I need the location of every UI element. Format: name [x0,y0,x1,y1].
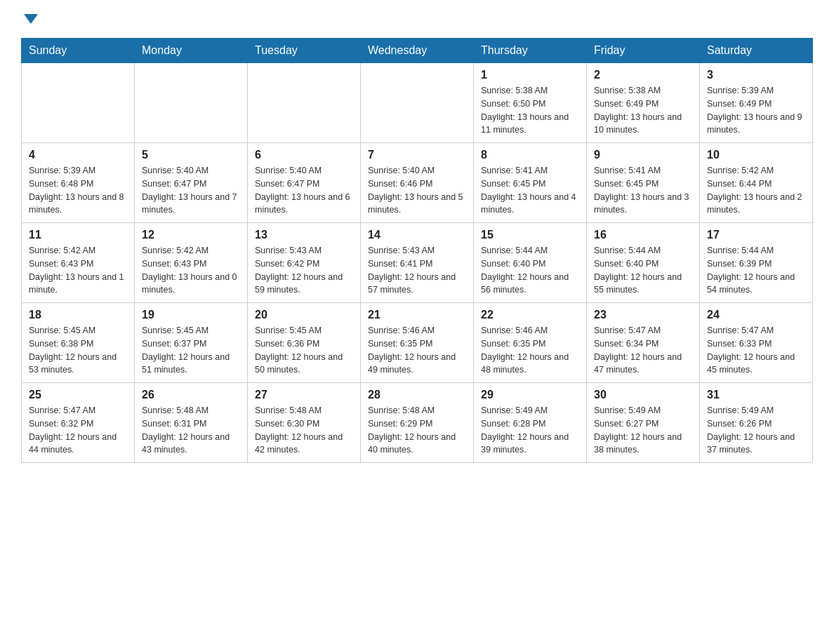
day-number: 31 [707,389,805,401]
calendar-cell [135,63,248,143]
day-info: Sunrise: 5:38 AM Sunset: 6:49 PM Dayligh… [594,84,692,137]
day-info: Sunrise: 5:45 AM Sunset: 6:38 PM Dayligh… [29,324,127,377]
day-number: 28 [368,389,466,401]
day-number: 4 [29,149,127,161]
day-number: 10 [707,149,805,161]
day-info: Sunrise: 5:45 AM Sunset: 6:37 PM Dayligh… [142,324,240,377]
calendar-cell: 31Sunrise: 5:49 AM Sunset: 6:26 PM Dayli… [700,383,813,463]
calendar-cell: 5Sunrise: 5:40 AM Sunset: 6:47 PM Daylig… [135,143,248,223]
day-info: Sunrise: 5:44 AM Sunset: 6:40 PM Dayligh… [594,244,692,297]
day-info: Sunrise: 5:40 AM Sunset: 6:46 PM Dayligh… [368,164,466,217]
day-number: 1 [481,69,579,81]
day-info: Sunrise: 5:39 AM Sunset: 6:48 PM Dayligh… [29,164,127,217]
calendar-cell: 9Sunrise: 5:41 AM Sunset: 6:45 PM Daylig… [587,143,700,223]
day-number: 26 [142,389,240,401]
calendar-cell: 15Sunrise: 5:44 AM Sunset: 6:40 PM Dayli… [474,223,587,303]
weekday-header-wednesday: Wednesday [361,39,474,63]
day-number: 2 [594,69,692,81]
calendar-cell: 16Sunrise: 5:44 AM Sunset: 6:40 PM Dayli… [587,223,700,303]
day-number: 5 [142,149,240,161]
day-number: 16 [594,229,692,241]
calendar-cell: 4Sunrise: 5:39 AM Sunset: 6:48 PM Daylig… [22,143,135,223]
day-info: Sunrise: 5:38 AM Sunset: 6:50 PM Dayligh… [481,84,579,137]
calendar-cell: 8Sunrise: 5:41 AM Sunset: 6:45 PM Daylig… [474,143,587,223]
day-number: 29 [481,389,579,401]
calendar-cell: 18Sunrise: 5:45 AM Sunset: 6:38 PM Dayli… [22,303,135,383]
calendar-cell: 27Sunrise: 5:48 AM Sunset: 6:30 PM Dayli… [248,383,361,463]
calendar-cell: 3Sunrise: 5:39 AM Sunset: 6:49 PM Daylig… [700,63,813,143]
day-info: Sunrise: 5:40 AM Sunset: 6:47 PM Dayligh… [142,164,240,217]
calendar-cell: 30Sunrise: 5:49 AM Sunset: 6:27 PM Dayli… [587,383,700,463]
day-info: Sunrise: 5:49 AM Sunset: 6:28 PM Dayligh… [481,404,579,457]
day-number: 21 [368,309,466,321]
weekday-header-thursday: Thursday [474,39,587,63]
day-info: Sunrise: 5:39 AM Sunset: 6:49 PM Dayligh… [707,84,805,137]
day-info: Sunrise: 5:49 AM Sunset: 6:26 PM Dayligh… [707,404,805,457]
weekday-header-sunday: Sunday [22,39,135,63]
calendar-week-row-0: 1Sunrise: 5:38 AM Sunset: 6:50 PM Daylig… [22,63,813,143]
day-number: 14 [368,229,466,241]
day-info: Sunrise: 5:47 AM Sunset: 6:34 PM Dayligh… [594,324,692,377]
header [21,14,813,24]
day-number: 27 [255,389,353,401]
day-number: 11 [29,229,127,241]
calendar-cell: 28Sunrise: 5:48 AM Sunset: 6:29 PM Dayli… [361,383,474,463]
day-number: 9 [594,149,692,161]
day-info: Sunrise: 5:42 AM Sunset: 6:44 PM Dayligh… [707,164,805,217]
calendar-cell: 7Sunrise: 5:40 AM Sunset: 6:46 PM Daylig… [361,143,474,223]
day-info: Sunrise: 5:44 AM Sunset: 6:40 PM Dayligh… [481,244,579,297]
day-number: 15 [481,229,579,241]
day-info: Sunrise: 5:43 AM Sunset: 6:41 PM Dayligh… [368,244,466,297]
calendar-cell: 17Sunrise: 5:44 AM Sunset: 6:39 PM Dayli… [700,223,813,303]
calendar-cell: 24Sunrise: 5:47 AM Sunset: 6:33 PM Dayli… [700,303,813,383]
logo-triangle-icon [24,14,38,24]
day-info: Sunrise: 5:47 AM Sunset: 6:32 PM Dayligh… [29,404,127,457]
calendar-cell: 19Sunrise: 5:45 AM Sunset: 6:37 PM Dayli… [135,303,248,383]
day-number: 18 [29,309,127,321]
calendar-cell: 29Sunrise: 5:49 AM Sunset: 6:28 PM Dayli… [474,383,587,463]
day-number: 24 [707,309,805,321]
day-info: Sunrise: 5:48 AM Sunset: 6:30 PM Dayligh… [255,404,353,457]
calendar-week-row-2: 11Sunrise: 5:42 AM Sunset: 6:43 PM Dayli… [22,223,813,303]
day-number: 25 [29,389,127,401]
calendar-cell: 13Sunrise: 5:43 AM Sunset: 6:42 PM Dayli… [248,223,361,303]
day-info: Sunrise: 5:40 AM Sunset: 6:47 PM Dayligh… [255,164,353,217]
day-info: Sunrise: 5:49 AM Sunset: 6:27 PM Dayligh… [594,404,692,457]
calendar-week-row-3: 18Sunrise: 5:45 AM Sunset: 6:38 PM Dayli… [22,303,813,383]
day-number: 8 [481,149,579,161]
calendar-cell: 12Sunrise: 5:42 AM Sunset: 6:43 PM Dayli… [135,223,248,303]
calendar-cell: 2Sunrise: 5:38 AM Sunset: 6:49 PM Daylig… [587,63,700,143]
calendar-cell: 20Sunrise: 5:45 AM Sunset: 6:36 PM Dayli… [248,303,361,383]
day-info: Sunrise: 5:42 AM Sunset: 6:43 PM Dayligh… [29,244,127,297]
day-info: Sunrise: 5:45 AM Sunset: 6:36 PM Dayligh… [255,324,353,377]
calendar-table: SundayMondayTuesdayWednesdayThursdayFrid… [21,38,813,463]
weekday-header-tuesday: Tuesday [248,39,361,63]
calendar-cell: 1Sunrise: 5:38 AM Sunset: 6:50 PM Daylig… [474,63,587,143]
weekday-header-row: SundayMondayTuesdayWednesdayThursdayFrid… [22,39,813,63]
calendar-week-row-1: 4Sunrise: 5:39 AM Sunset: 6:48 PM Daylig… [22,143,813,223]
day-info: Sunrise: 5:43 AM Sunset: 6:42 PM Dayligh… [255,244,353,297]
day-number: 23 [594,309,692,321]
calendar-week-row-4: 25Sunrise: 5:47 AM Sunset: 6:32 PM Dayli… [22,383,813,463]
day-info: Sunrise: 5:48 AM Sunset: 6:29 PM Dayligh… [368,404,466,457]
calendar-cell [248,63,361,143]
day-number: 7 [368,149,466,161]
day-info: Sunrise: 5:46 AM Sunset: 6:35 PM Dayligh… [481,324,579,377]
day-number: 6 [255,149,353,161]
calendar-cell: 14Sunrise: 5:43 AM Sunset: 6:41 PM Dayli… [361,223,474,303]
day-info: Sunrise: 5:47 AM Sunset: 6:33 PM Dayligh… [707,324,805,377]
day-info: Sunrise: 5:44 AM Sunset: 6:39 PM Dayligh… [707,244,805,297]
logo [21,14,38,24]
day-number: 3 [707,69,805,81]
day-number: 22 [481,309,579,321]
calendar-cell: 11Sunrise: 5:42 AM Sunset: 6:43 PM Dayli… [22,223,135,303]
day-number: 20 [255,309,353,321]
day-info: Sunrise: 5:48 AM Sunset: 6:31 PM Dayligh… [142,404,240,457]
weekday-header-saturday: Saturday [700,39,813,63]
calendar-cell: 10Sunrise: 5:42 AM Sunset: 6:44 PM Dayli… [700,143,813,223]
day-info: Sunrise: 5:41 AM Sunset: 6:45 PM Dayligh… [594,164,692,217]
calendar-cell: 6Sunrise: 5:40 AM Sunset: 6:47 PM Daylig… [248,143,361,223]
day-number: 17 [707,229,805,241]
day-number: 13 [255,229,353,241]
day-info: Sunrise: 5:42 AM Sunset: 6:43 PM Dayligh… [142,244,240,297]
